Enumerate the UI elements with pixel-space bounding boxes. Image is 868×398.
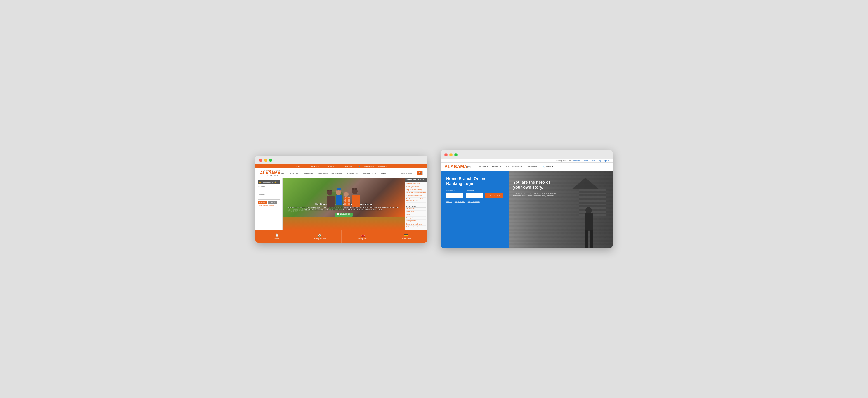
w2-rates-link[interactable]: Rates [591,160,595,161]
w2-nav-membership[interactable]: Membership ▾ [527,165,538,167]
lock-icon: 🔒 [259,181,261,183]
nav-community[interactable]: COMMUNITY ▾ [347,172,359,174]
whats-new-items: Rewards Credit Card e-ONE (Mobile App) C… [405,182,427,204]
w2-contact-link[interactable]: Contact [583,160,588,161]
close-button-2[interactable] [444,153,447,156]
whats-new-item-1[interactable]: e-ONE (Mobile App) [406,185,426,188]
credit-card-icon: 💳 [404,233,408,237]
w2-routing: Routing: 262277189 [556,160,570,161]
w2-forgot-user-link[interactable]: Forgot User ID [455,201,465,203]
w2-locations-link[interactable]: Locations [573,160,580,161]
whats-new-item-0[interactable]: Rewards Credit Card [406,183,426,185]
quick-links-section: QUICK LINKS Credit Cards Debit Cards Rat… [405,204,427,230]
username-label: Username [258,186,280,187]
chevron-down-icon: ▾ [377,172,377,174]
bottom-home-label: Buying a Home [314,238,326,240]
w2-signup-link[interactable]: Sign Up [446,201,452,203]
chevron-down-icon: ▾ [522,166,522,167]
search-button[interactable]: 🔍 [417,171,423,175]
quick-link-6[interactable]: Refinance Your Home [406,226,426,228]
carousel-dots [337,213,350,215]
browser-chrome-1 [255,156,427,164]
whats-new-item-3[interactable]: Lower auto rates/longer terms [406,191,426,194]
carousel-dot-1[interactable] [337,213,339,215]
main-content-area: 🔒 HOME BRANCH 🔒 Username Password SIGN U… [255,178,427,230]
username-field: Username [446,190,463,197]
nav-eservices[interactable]: E-SERVICES ▾ [331,172,343,174]
nav-business[interactable]: BUSINESS ▾ [318,172,328,174]
search-icon: 🔍 [543,165,545,167]
password-input[interactable] [258,196,280,200]
signup-button[interactable]: SIGN UP [258,201,267,204]
whats-new-item-4[interactable]: GAP/Warranty protection [406,194,426,197]
bottom-credit-cards[interactable]: 💳 Credit Cards [384,230,427,243]
hero2-text-overlay: You are the hero of your own story. "I k… [513,180,558,197]
carousel-dot-2[interactable] [340,213,342,215]
quick-link-4[interactable]: Buying a Home [406,220,426,222]
login-button[interactable]: LOG IN [268,201,277,204]
bottom-buying-car[interactable]: 🚗 Buying a Car [342,230,384,243]
minimize-button-2[interactable] [450,153,453,156]
main-navigation: The ONE place to turn to ALABAMAONE Cred… [255,168,427,178]
login-credentials-row: Username Password Secure Login [446,190,503,197]
minimize-button-1[interactable] [264,159,267,162]
browser-content-2: Routing: 262277189 Locations Contact Rat… [441,159,613,248]
bottom-cards-label: Credit Cards [401,238,411,240]
whats-new-item-5[interactable]: The Berenstain Bear Club Accounts for KI… [406,197,426,203]
carousel-dot-4[interactable] [345,213,347,215]
w2-blog-link[interactable]: Blog [598,160,601,161]
close-button-1[interactable] [259,159,262,162]
quick-link-5[interactable]: Get a Home Equity Loan [406,223,426,226]
username-input[interactable] [258,189,280,192]
browser-window-1: HOME | CONTACT US | JOIN US | LOCATIONS … [255,156,427,243]
hero2-title: You are the hero of your own story. [513,180,558,190]
nav-personal[interactable]: PERSONAL ▾ [303,172,314,174]
maximize-button-2[interactable] [454,153,458,156]
topbar-contact[interactable]: CONTACT US [309,165,320,167]
secure-login-button[interactable]: Secure Login [485,193,503,197]
search-input[interactable] [399,172,417,174]
bottom-rates[interactable]: 📋 Rates [255,230,298,243]
nav-calculators[interactable]: CALCULATORS ▾ [363,172,377,174]
whats-new-panel: WHAT'S NEW AT AOCU Rewards Credit Card e… [405,178,427,230]
quick-link-1[interactable]: Debit Cards [406,211,426,213]
chevron-down-icon: ▾ [343,172,343,174]
chevron-down-icon: ▾ [359,172,360,174]
site-logo[interactable]: The ONE place to turn to ALABAMAONE Cred… [260,170,284,177]
quick-link-2[interactable]: Rates [406,213,426,216]
carousel-dot-3[interactable] [343,213,344,215]
carousel-dot-5[interactable] [348,213,350,215]
w2-forgot-pass-link[interactable]: Forgot Password [468,201,480,203]
logo-main-text: ALABAMAONE [260,171,284,175]
whats-new-item-2[interactable]: Chip Cards are Coming [406,188,426,191]
home-icon: 🏠 [318,233,322,237]
rates-icon: 📋 [275,233,279,237]
w2-logo[interactable]: ALABAMAONE [444,164,472,169]
routing-number: Routing Number 262277189 [364,165,387,167]
w2-nav-business[interactable]: Business ▾ [492,165,501,167]
bottom-buying-home[interactable]: 🏠 Buying a Home [298,230,341,243]
login-buttons: SIGN UP LOG IN [258,201,280,204]
w2-password-input[interactable] [466,193,483,197]
password-field-group: Password [258,193,280,200]
bottom-rates-label: Rates [274,238,279,240]
nav-about[interactable]: ABOUT US ▾ [289,172,299,174]
chevron-down-icon: ▾ [313,172,314,174]
topbar-join[interactable]: JOIN US [328,165,335,167]
w2-nav-search[interactable]: 🔍 Search ▾ [543,165,553,167]
login-panel-title: Home Branch Online Banking Login [446,176,503,186]
login-sidebar: 🔒 HOME BRANCH 🔒 Username Password SIGN U… [255,178,283,230]
nav-links[interactable]: LINKS [381,172,386,174]
topbar-home[interactable]: HOME [296,165,301,167]
topbar-locations[interactable]: LOCATIONS [343,165,353,167]
top-bar: HOME | CONTACT US | JOIN US | LOCATIONS … [255,164,427,168]
forgot-credentials-link[interactable]: Forgot User ID or Password [258,205,280,206]
w2-nav-financial[interactable]: Financial Wellness ▾ [506,165,522,167]
quick-link-0[interactable]: Credit Cards [406,208,426,211]
quick-link-3[interactable]: Buying a Car [406,217,426,220]
w2-nav-personal[interactable]: Personal ▾ [479,165,488,167]
w2-signin-link[interactable]: Sign In [604,160,609,161]
maximize-button-1[interactable] [269,159,272,162]
browser-chrome-2 [441,150,613,159]
w2-username-input[interactable] [446,193,463,197]
